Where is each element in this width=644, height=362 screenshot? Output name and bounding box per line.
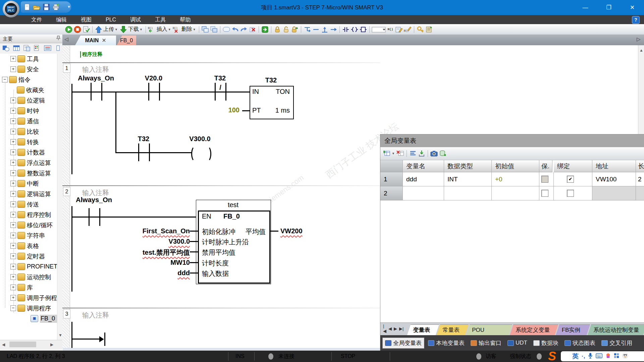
save-icon[interactable]	[43, 4, 50, 10]
tree-expander-icon[interactable]: −	[10, 305, 16, 311]
tree-item-传送[interactable]: +传送	[0, 199, 58, 209]
contact-operand[interactable]: T32	[120, 135, 167, 143]
timer-box-operand[interactable]: T32	[250, 76, 292, 84]
contact-bar[interactable]	[148, 83, 149, 101]
contact-bar[interactable]	[101, 83, 102, 101]
sort-list-icon[interactable]	[409, 149, 417, 158]
contact-operand[interactable]: T32	[197, 74, 244, 82]
scroll-down-icon[interactable]: ▼	[58, 331, 62, 340]
upload-icon[interactable]	[94, 25, 103, 34]
tree-expander-icon[interactable]: +	[10, 222, 16, 228]
tree-item-计数器[interactable]: +计数器	[0, 147, 58, 158]
download-icon[interactable]	[119, 25, 128, 34]
tree-expander-icon[interactable]: +	[10, 118, 16, 124]
project-window-icon[interactable]	[201, 25, 210, 34]
tree-item-安全[interactable]: +安全	[0, 64, 58, 74]
toggle-addressing-icon[interactable]: H()	[386, 25, 395, 34]
var-tab-1[interactable]: 常量表 1	[436, 324, 469, 336]
insert-branch-down-icon[interactable]	[303, 25, 312, 34]
tree-item-比较[interactable]: +比较	[0, 126, 58, 137]
pin-operand[interactable]: ddd	[103, 269, 190, 277]
column-header[interactable]: 数据类型	[444, 160, 492, 172]
ime-emoji-icon[interactable]	[622, 353, 628, 360]
network-1-comment[interactable]: 输入注释	[82, 65, 109, 74]
scroll-left-icon[interactable]: ◀	[2, 340, 5, 349]
dock-button-1[interactable]: 本地变量表	[426, 338, 467, 348]
contact-bar[interactable]	[149, 143, 150, 161]
options-notebook-icon[interactable]	[425, 25, 433, 34]
tree-item-程序控制[interactable]: +程序控制	[0, 209, 58, 220]
tree-item-FB_0[interactable]: ▣FB_0	[0, 313, 58, 324]
tree-item-逻辑运算[interactable]: +逻辑运算	[0, 189, 58, 199]
data-block-view-icon[interactable]	[33, 44, 41, 52]
restore-button[interactable]: ❐	[599, 0, 619, 15]
data-store-icon[interactable]	[438, 149, 447, 158]
next-tab-icon[interactable]: ▶	[394, 326, 397, 331]
network-1-number[interactable]: 1	[63, 64, 70, 73]
editor-hscroll-strip[interactable]	[63, 348, 380, 351]
cell-data-type[interactable]	[444, 186, 492, 200]
tree-item-调用程序[interactable]: −调用程序	[0, 303, 58, 313]
output-view-icon[interactable]	[54, 44, 62, 52]
insert-button[interactable]: 插入	[157, 26, 167, 33]
tree-item-指令[interactable]: −指令	[0, 74, 58, 85]
retain-checkbox[interactable]	[541, 176, 548, 183]
cell-init-value[interactable]: +0	[492, 172, 539, 186]
tab-scroll-left-icon[interactable]: ◁	[64, 36, 68, 42]
coil-left-arc[interactable]	[191, 146, 199, 162]
tab-close-icon[interactable]: ✕	[102, 38, 106, 43]
menu-2[interactable]: 视图	[74, 15, 99, 24]
insert-row-dropdown-icon[interactable]: ▼	[392, 152, 395, 155]
menu-5[interactable]: 工具	[148, 15, 173, 24]
tree-expander-icon[interactable]: +	[10, 98, 16, 103]
var-tab-2[interactable]: POU Variables	[466, 324, 512, 336]
selection-box-icon[interactable]	[222, 25, 231, 34]
prev-tab-icon[interactable]: ◀	[388, 326, 392, 331]
pin-operand[interactable]: test.禁用平均值	[103, 248, 190, 257]
column-header[interactable]: 绑定	[554, 160, 592, 172]
contact-bar[interactable]	[159, 83, 160, 101]
retain-checkbox[interactable]	[541, 190, 548, 197]
cell-data-type[interactable]: INT	[444, 172, 492, 186]
menu-3[interactable]: PLC	[99, 15, 123, 24]
var-tab-0[interactable]: 变量表 1	[407, 324, 439, 336]
snapshot-camera-icon[interactable]	[430, 149, 438, 158]
cell-var-name[interactable]	[403, 186, 444, 200]
fb-box-title[interactable]: test	[196, 201, 270, 209]
dock-button-6[interactable]: 交叉引用	[599, 338, 635, 348]
edit-network-symbols-icon[interactable]: H()	[404, 25, 412, 34]
tree-item-定时器[interactable]: +定时器	[0, 251, 58, 261]
dock-button-4[interactable]: 数据块	[531, 338, 561, 348]
address-combo[interactable]	[371, 25, 386, 34]
run-button[interactable]	[64, 25, 73, 34]
symbol-table-view-icon[interactable]	[12, 44, 20, 52]
pin-operand[interactable]: MW10	[103, 259, 190, 266]
lock-add-icon[interactable]	[290, 25, 299, 34]
delete-button[interactable]: 删除	[181, 26, 192, 33]
upload-dropdown-icon[interactable]: ▼	[115, 28, 118, 31]
ime-language-toggle[interactable]: 英	[572, 352, 579, 361]
tree-item-转换[interactable]: +转换	[0, 137, 58, 147]
tree-expander-icon[interactable]: +	[10, 285, 16, 290]
tree-item-时钟[interactable]: +时钟	[0, 106, 58, 116]
dock-button-5[interactable]: 状态图表	[562, 338, 598, 348]
dock-button-2[interactable]: 输出窗口	[468, 338, 504, 348]
tree-expander-icon[interactable]: +	[10, 243, 16, 249]
insert-network-icon[interactable]: H()	[148, 25, 156, 34]
delete-row-icon[interactable]	[396, 149, 405, 158]
key-icon[interactable]	[416, 25, 425, 34]
tree-expander-icon[interactable]: +	[10, 295, 16, 301]
ime-skin-icon[interactable]	[605, 353, 611, 360]
tree-expander-icon[interactable]: +	[10, 108, 16, 114]
undo-icon[interactable]	[231, 25, 239, 34]
network-2-number[interactable]: 2	[63, 187, 70, 196]
row-number[interactable]: 1	[380, 172, 403, 186]
project-tree-view-icon[interactable]	[2, 44, 10, 52]
tree-expander-icon[interactable]: +	[10, 139, 16, 145]
tree-expander-icon[interactable]: +	[10, 149, 16, 155]
tree-expander-icon[interactable]: +	[10, 160, 16, 166]
status-chart-view-icon[interactable]	[23, 44, 31, 52]
tree-expander-icon[interactable]: +	[10, 253, 16, 259]
insert-branch-up-icon[interactable]	[320, 25, 329, 34]
coil-right-arc[interactable]	[203, 146, 211, 162]
